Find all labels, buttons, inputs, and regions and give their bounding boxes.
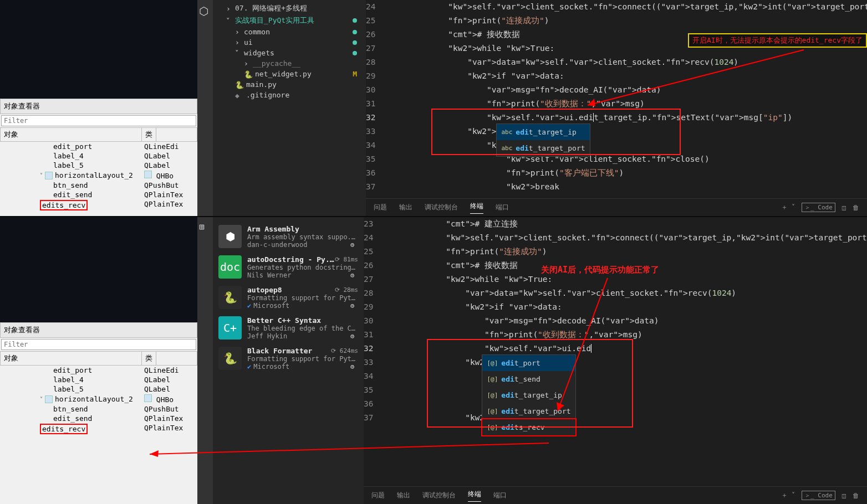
- annotation-yellow: 开启AI时，无法提示原本会提示的edit_recv字段了: [688, 33, 867, 48]
- object-row[interactable]: label_4QLabel: [0, 375, 197, 384]
- trash-icon[interactable]: 🗑: [853, 204, 859, 212]
- explorer-item[interactable]: 🐍net_widget.pyM: [213, 69, 366, 79]
- explorer-item[interactable]: ›07. 网络编程+多线程: [213, 2, 366, 14]
- extension-item[interactable]: docautoDocstring - Py...⟳ 81msGenerates …: [213, 252, 364, 282]
- split-icon[interactable]: ◫: [842, 204, 846, 212]
- object-viewer-title: 对象查看器: [0, 99, 197, 114]
- explorer-item[interactable]: 🐍main.py: [213, 79, 366, 90]
- editor-bottom: 232425262728293031323334353637 "cmt"># 建…: [364, 217, 867, 504]
- terminal-add-icon[interactable]: ＋ ˅: [781, 203, 795, 212]
- object-row[interactable]: edits_recvQPlainTex: [0, 199, 197, 211]
- object-row[interactable]: edit_sendQPlainTex: [0, 190, 197, 199]
- annotation-text: 关闭AI后，代码提示功能正常了: [541, 265, 659, 275]
- line-gutter: 2425262728293031323334353637: [366, 0, 383, 198]
- explorer-item[interactable]: ˅widgets: [213, 48, 366, 58]
- activity-bar-bottom: ⊞: [197, 217, 213, 504]
- explorer-item[interactable]: ›__pycache__: [213, 58, 366, 69]
- terminal-tabs-top: 问题 输出 调试控制台 终端 端口 ＋ ˅ ＞_ Code ◫ 🗑: [366, 198, 867, 216]
- code-terminal-label[interactable]: ＞_ Code: [802, 203, 835, 212]
- tab-problems[interactable]: 问题: [374, 203, 387, 212]
- object-row[interactable]: label_5QLabel: [0, 161, 197, 170]
- object-filter-input[interactable]: [1, 115, 196, 126]
- editor-top: 2425262728293031323334353637 "kw">self."…: [366, 0, 867, 216]
- object-row[interactable]: edits_recvQPlainTex: [0, 423, 197, 435]
- extension-item[interactable]: C+Better C++ SyntaxThe bleeding edge of …: [213, 313, 364, 343]
- gear-icon[interactable]: ⚙: [350, 332, 358, 340]
- explorer-item[interactable]: ›common: [213, 27, 366, 37]
- object-viewer-top: 对象查看器 对象 类 edit_portQLineEdilabel_4QLabe…: [0, 0, 197, 216]
- gear-icon[interactable]: ⚙: [350, 241, 358, 249]
- object-row[interactable]: label_4QLabel: [0, 151, 197, 161]
- object-table-header: 对象 类: [0, 127, 197, 142]
- object-row[interactable]: edit_portQLineEdi: [0, 366, 197, 375]
- extensions-icon[interactable]: ⊞: [199, 222, 211, 234]
- object-viewer-bottom: 对象查看器 对象类 edit_portQLineEdilabel_4QLabel…: [0, 217, 197, 504]
- activity-bar: ⬡: [197, 0, 213, 216]
- object-row[interactable]: edit_sendQPlainTex: [0, 414, 197, 423]
- object-row[interactable]: label_5QLabel: [0, 384, 197, 394]
- hexagon-icon[interactable]: ⬡: [199, 4, 211, 17]
- gear-icon[interactable]: ⚙: [350, 271, 358, 279]
- code-area[interactable]: "kw">self."var">client_socket."fn">conne…: [383, 0, 867, 198]
- object-row[interactable]: btn_sendQPushBut: [0, 181, 197, 190]
- tab-output[interactable]: 输出: [399, 203, 412, 212]
- file-explorer[interactable]: ›07. 网络编程+多线程˅实战项目_PyQt实用工具›common›ui˅wi…: [213, 0, 366, 216]
- object-row[interactable]: edit_portQLineEdi: [0, 142, 197, 151]
- gear-icon[interactable]: ⚙: [350, 363, 358, 371]
- tab-debug[interactable]: 调试控制台: [425, 203, 458, 212]
- object-row[interactable]: btn_sendQPushBut: [0, 404, 197, 414]
- explorer-item[interactable]: ›ui: [213, 37, 366, 48]
- gear-icon[interactable]: ⚙: [350, 302, 358, 310]
- tab-ports[interactable]: 端口: [496, 203, 509, 212]
- explorer-item[interactable]: ˅实战项目_PyQt实用工具: [213, 14, 366, 27]
- tab-terminal[interactable]: 终端: [470, 202, 483, 214]
- bottom-half: 对象查看器 对象类 edit_portQLineEdilabel_4QLabel…: [0, 217, 867, 504]
- object-row[interactable]: ˅horizontalLayout_2 QHBo: [0, 394, 197, 404]
- top-half: 对象查看器 对象 类 edit_portQLineEdilabel_4QLabe…: [0, 0, 867, 217]
- extension-item[interactable]: ⬢Arm AssemblyArm assembly syntax suppo..…: [213, 222, 364, 252]
- object-row[interactable]: ˅horizontalLayout_2 QHBo: [0, 170, 197, 181]
- extension-item[interactable]: 🐍autopep8⟳ 28msFormatting support for Py…: [213, 282, 364, 313]
- terminal-tabs-bottom: 问题 输出 调试控制台 终端 端口 ＋ ˅ ＞_ Code ◫ 🗑: [364, 486, 867, 504]
- annotation-red-box: [427, 339, 633, 428]
- extension-item[interactable]: 🐍Black Formatter⟳ 624msFormatting suppor…: [213, 343, 364, 374]
- annotation-red-box: [431, 109, 681, 155]
- line-gutter: 232425262728293031323334353637: [364, 217, 381, 486]
- explorer-item[interactable]: ◆.gitignore: [213, 90, 366, 100]
- extensions-list[interactable]: ⬢Arm AssemblyArm assembly syntax suppo..…: [213, 217, 364, 504]
